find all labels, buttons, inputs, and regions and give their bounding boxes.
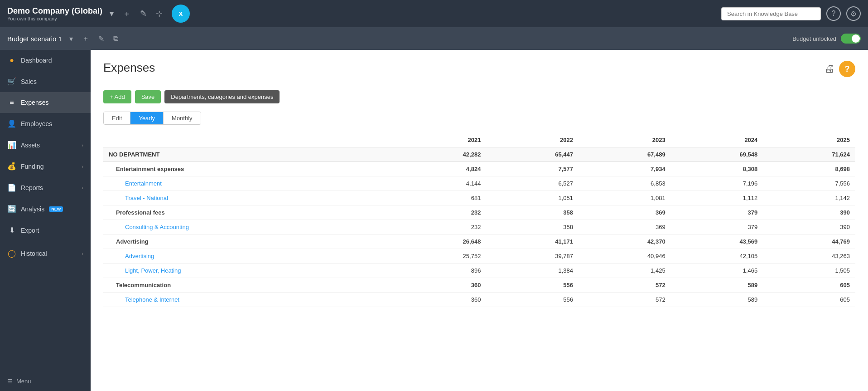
table-cell-value: 232 bbox=[394, 205, 487, 220]
sidebar-label-analysis: Analysis bbox=[21, 205, 44, 213]
help-button[interactable]: ? bbox=[826, 6, 841, 21]
search-kb-input[interactable] bbox=[721, 7, 821, 20]
expense-item-link[interactable]: Travel - National bbox=[125, 195, 168, 201]
expense-item-link[interactable]: Light, Power, Heating bbox=[125, 267, 181, 274]
employees-icon: 👤 bbox=[7, 119, 16, 128]
table-cell-value: 556 bbox=[486, 293, 579, 307]
table-cell-value: 896 bbox=[394, 264, 487, 278]
table-cell-value: 42,370 bbox=[579, 235, 671, 249]
table-cell-value: 69,548 bbox=[671, 147, 763, 162]
table-cell-value: 369 bbox=[579, 205, 671, 220]
table-cell-value: 358 bbox=[486, 220, 579, 235]
xero-logo-text: x bbox=[179, 10, 183, 18]
dept-categories-button[interactable]: Departments, categories and expenses bbox=[164, 90, 280, 103]
sidebar-label-historical: Historical bbox=[21, 250, 47, 257]
sidebar-item-export[interactable]: ⬇ Export bbox=[0, 220, 91, 241]
historical-chevron-icon: › bbox=[82, 251, 83, 256]
sidebar-label-employees: Employees bbox=[21, 120, 52, 127]
table-cell-value: 390 bbox=[763, 220, 855, 235]
sidebar-item-expenses[interactable]: ≡ Expenses bbox=[0, 92, 91, 113]
sidebar-label-dashboard: Dashboard bbox=[21, 57, 52, 64]
table-cell-value: 1,384 bbox=[486, 264, 579, 278]
settings-button[interactable]: ⚙ bbox=[846, 6, 861, 21]
company-name: Demo Company (Global) bbox=[7, 6, 102, 16]
reports-chevron-icon: › bbox=[82, 185, 83, 191]
expenses-icon: ≡ bbox=[7, 98, 16, 107]
budget-edit-button[interactable]: ✎ bbox=[96, 33, 106, 45]
expense-item-link[interactable]: Consulting & Accounting bbox=[125, 224, 189, 230]
table-cell-value: 369 bbox=[579, 220, 671, 235]
budget-copy-button[interactable]: ⧉ bbox=[111, 33, 120, 44]
table-row: Telecommunication360556572589605 bbox=[103, 278, 855, 293]
table-cell-value: 358 bbox=[486, 205, 579, 220]
table-cell-value: 1,425 bbox=[579, 264, 671, 278]
col-header-2021: 2021 bbox=[394, 133, 487, 147]
table-cell-value: 390 bbox=[763, 205, 855, 220]
add-button[interactable]: ＋ bbox=[121, 6, 133, 21]
budget-dropdown-button[interactable]: ▾ bbox=[68, 33, 75, 45]
sidebar-item-assets[interactable]: 📊 Assets › bbox=[0, 134, 91, 156]
sidebar-label-export: Export bbox=[21, 227, 39, 234]
table-cell-value: 1,465 bbox=[671, 264, 763, 278]
tab-edit[interactable]: Edit bbox=[104, 112, 130, 124]
col-header-2023: 2023 bbox=[579, 133, 671, 147]
table-cell-value: 605 bbox=[763, 293, 855, 307]
reports-icon: 📄 bbox=[7, 183, 16, 192]
table-cell-value: 7,577 bbox=[486, 162, 579, 176]
sidebar-menu[interactable]: ☰ Menu bbox=[0, 371, 91, 391]
table-cell-value: 4,824 bbox=[394, 162, 487, 176]
table-row: Entertainment expenses4,8247,5777,9348,3… bbox=[103, 162, 855, 176]
help-circle-button[interactable]: ? bbox=[839, 61, 855, 77]
historical-icon: ◯ bbox=[7, 249, 16, 258]
top-nav-right: ? ⚙ bbox=[721, 6, 861, 21]
expense-item-link[interactable]: Telephone & Internet bbox=[125, 296, 179, 303]
table-row: Advertising26,64841,17142,37043,56944,76… bbox=[103, 235, 855, 249]
sidebar-label-funding: Funding bbox=[21, 163, 44, 170]
table-cell-value: 39,787 bbox=[486, 249, 579, 264]
add-expense-button[interactable]: + Add bbox=[103, 90, 131, 103]
print-button[interactable]: 🖨 bbox=[825, 61, 834, 77]
table-row: Consulting & Accounting232358369379390 bbox=[103, 220, 855, 235]
table-row: Entertainment4,1446,5276,8537,1967,556 bbox=[103, 176, 855, 191]
menu-label: Menu bbox=[16, 378, 31, 385]
expense-item-link[interactable]: Advertising bbox=[125, 253, 154, 259]
tab-yearly[interactable]: Yearly bbox=[130, 112, 164, 124]
expense-item-link[interactable]: Entertainment bbox=[125, 180, 162, 187]
table-row: Advertising25,75239,78740,94642,10543,26… bbox=[103, 249, 855, 264]
xero-logo: x bbox=[172, 5, 190, 23]
sidebar-item-employees[interactable]: 👤 Employees bbox=[0, 113, 91, 134]
sub-nav-right: Budget unlocked bbox=[792, 34, 861, 44]
table-cell-value: 7,556 bbox=[763, 176, 855, 191]
table-cell-value: 360 bbox=[394, 293, 487, 307]
tab-monthly[interactable]: Monthly bbox=[164, 112, 201, 124]
sidebar-item-funding[interactable]: 💰 Funding › bbox=[0, 156, 91, 177]
view-tabs: Edit Yearly Monthly bbox=[103, 112, 201, 125]
table-cell-value: 7,934 bbox=[579, 162, 671, 176]
page-title-actions: 🖨 ? bbox=[825, 61, 855, 77]
table-cell-value: 65,447 bbox=[486, 147, 579, 162]
table-cell-value: 379 bbox=[671, 205, 763, 220]
table-row: Telephone & Internet360556572589605 bbox=[103, 293, 855, 307]
edit-button[interactable]: ✎ bbox=[138, 7, 149, 20]
sidebar-item-reports[interactable]: 📄 Reports › bbox=[0, 177, 91, 198]
share-button[interactable]: ⊹ bbox=[154, 7, 164, 20]
table-cell-value: 71,624 bbox=[763, 147, 855, 162]
table-cell-value: 43,263 bbox=[763, 249, 855, 264]
col-header-2022: 2022 bbox=[486, 133, 579, 147]
export-icon: ⬇ bbox=[7, 226, 16, 235]
table-cell-value: 1,051 bbox=[486, 191, 579, 205]
col-header-2025: 2025 bbox=[763, 133, 855, 147]
save-button[interactable]: Save bbox=[135, 90, 161, 103]
sidebar-item-dashboard[interactable]: ● Dashboard bbox=[0, 50, 91, 71]
budget-unlock-toggle[interactable] bbox=[841, 34, 861, 44]
company-own: You own this company bbox=[7, 16, 102, 21]
company-dropdown-button[interactable]: ▾ bbox=[108, 7, 116, 20]
sidebar-item-historical[interactable]: ◯ Historical › bbox=[0, 243, 91, 264]
sidebar-item-analysis[interactable]: 🔄 Analysis NEW bbox=[0, 198, 91, 220]
toolbar: + Add Save Departments, categories and e… bbox=[103, 90, 855, 103]
table-cell-value: 8,308 bbox=[671, 162, 763, 176]
sidebar-item-sales[interactable]: 🛒 Sales bbox=[0, 71, 91, 92]
table-cell-value: 43,569 bbox=[671, 235, 763, 249]
budget-add-button[interactable]: ＋ bbox=[80, 32, 91, 45]
table-cell-value: 4,144 bbox=[394, 176, 487, 191]
